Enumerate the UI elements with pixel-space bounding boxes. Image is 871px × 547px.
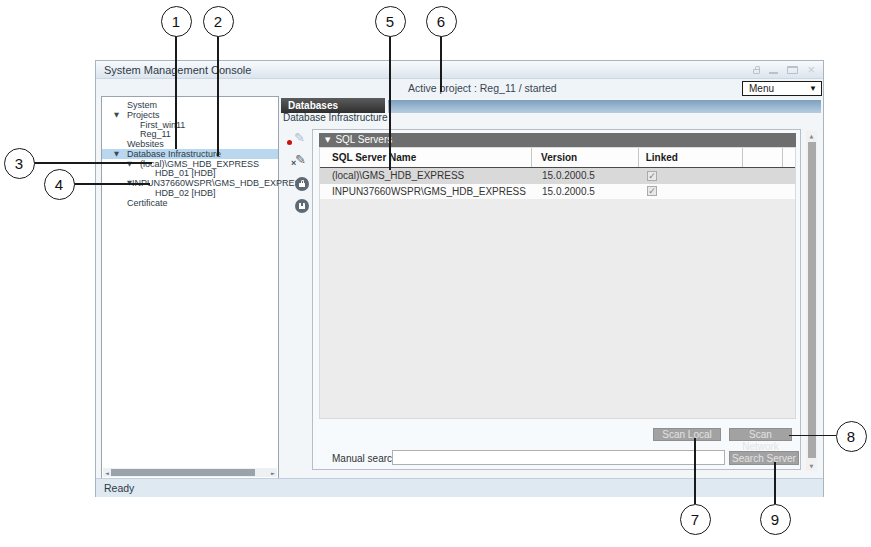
cell-version: 15.0.2000.5 — [533, 184, 640, 200]
red-dot-icon — [287, 140, 292, 145]
tree-item-label: First_win11 — [140, 120, 185, 130]
scan-network-button[interactable]: Scan Network — [729, 428, 792, 441]
disconnect-database-icon[interactable]: ✎ × — [293, 154, 311, 170]
minimize-button[interactable] — [769, 72, 778, 74]
callout-4: 4 — [44, 169, 75, 200]
scan-local-button[interactable]: Scan Local — [653, 428, 721, 441]
tree-item[interactable]: First_win11 — [102, 120, 278, 130]
checkmark-icon: ✓ — [648, 186, 656, 196]
column-header-empty — [783, 148, 795, 167]
sql-servers-table: SQL Server Name Version Linked (local)\G… — [319, 147, 796, 419]
callout-line-5 — [389, 36, 391, 170]
manual-search-input[interactable] — [392, 450, 725, 465]
column-header-name[interactable]: SQL Server Name — [320, 148, 532, 167]
tree-item-label: Database Infrastructure — [127, 149, 221, 159]
tree-item-label: Websites — [127, 139, 164, 149]
section-title: SQL Servers — [335, 134, 392, 145]
callout-line-1 — [175, 36, 177, 149]
tree-item[interactable]: Certificate — [102, 198, 278, 208]
tree-item[interactable]: HDB_01 [HDB] — [102, 169, 278, 179]
column-header-empty — [743, 148, 783, 167]
tree-horizontal-scrollbar[interactable]: ◄ ► — [103, 468, 277, 477]
panel-vertical-scrollbar[interactable]: ▲ ▼ — [806, 131, 817, 471]
callout-line-4 — [74, 183, 150, 185]
tree-rows: System ▼ Projects First_win11 Reg — [102, 100, 278, 208]
pencil-icon: ✎ — [294, 130, 305, 145]
tree-item-label: Certificate — [127, 198, 168, 208]
callout-line-3 — [34, 162, 152, 164]
navigation-tree-panel: System ▼ Projects First_win11 Reg — [101, 96, 279, 479]
window-title: System Management Console — [104, 61, 251, 79]
window-controls: × — [753, 61, 815, 79]
pencil-icon: ✎ — [295, 152, 306, 167]
panel-subtitle: Database Infrastructure — [283, 112, 388, 123]
close-button[interactable]: × — [807, 61, 815, 79]
tree-item[interactable]: Reg_11 — [102, 129, 278, 139]
connect-database-icon[interactable]: ✎ — [287, 132, 313, 148]
section-collapse-icon[interactable]: ▼ — [325, 136, 330, 144]
tree-item[interactable]: System — [102, 100, 278, 110]
tree-item-label: Projects — [127, 110, 160, 120]
column-header-version[interactable]: Version — [532, 148, 639, 167]
tree-item-label: Reg_11 — [140, 129, 171, 139]
tab-databases[interactable]: Databases — [281, 98, 385, 113]
scroll-down-icon[interactable]: ▼ — [806, 463, 817, 469]
save-circle-icon[interactable] — [295, 199, 309, 213]
table-row[interactable]: (local)\GMS_HDB_EXPRESS 15.0.2000.5 ✓ — [320, 168, 795, 184]
scroll-up-icon[interactable]: ▲ — [806, 133, 817, 139]
callout-line-2 — [217, 36, 219, 156]
linked-checkbox[interactable]: ✓ — [647, 171, 657, 181]
callout-8: 8 — [836, 421, 867, 452]
tree-item-label: HDB_02 [HDB] — [155, 188, 216, 198]
callout-line-8 — [789, 435, 836, 437]
scrollbar-thumb[interactable] — [111, 469, 255, 476]
system-management-console-window: System Management Console × Active proje… — [95, 60, 824, 497]
tree-item[interactable]: Websites — [102, 139, 278, 149]
scrollbar-thumb[interactable] — [808, 142, 816, 458]
linked-checkbox[interactable]: ✓ — [647, 186, 657, 196]
tree-item-label: INPUN37660WSPR\GMS_HDB_EXPRESS — [132, 178, 307, 188]
tree-item[interactable]: HDB_02 [HDB] — [102, 188, 278, 198]
tab-strip-band — [388, 100, 821, 113]
status-text: Ready — [104, 479, 134, 497]
callout-line-6 — [440, 36, 442, 92]
cell-linked: ✓ — [640, 168, 745, 184]
chevron-down-icon: ▼ — [809, 82, 817, 96]
tree-item-label: HDB_01 [HDB] — [155, 168, 216, 178]
cell-server-name: (local)\GMS_HDB_EXPRESS — [320, 168, 533, 184]
tree-item-label: System — [127, 100, 157, 110]
title-bar[interactable]: System Management Console × — [96, 61, 823, 79]
maximize-button[interactable] — [787, 66, 798, 74]
callout-7: 7 — [680, 504, 711, 535]
cell-version: 15.0.2000.5 — [533, 168, 640, 184]
menu-label: Menu — [749, 82, 774, 96]
tree-expand-icon[interactable]: ▼ — [114, 111, 127, 119]
callout-3: 3 — [4, 148, 35, 179]
menu-dropdown[interactable]: Menu ▼ — [742, 81, 822, 96]
search-server-button[interactable]: Search Server — [729, 451, 799, 465]
callout-line-7 — [694, 438, 696, 504]
tree-expand-icon[interactable]: ▼ — [114, 150, 127, 158]
table-header-row: SQL Server Name Version Linked — [320, 148, 795, 168]
cell-linked: ✓ — [640, 184, 745, 200]
column-header-linked[interactable]: Linked — [639, 148, 744, 167]
table-row[interactable]: INPUN37660WSPR\GMS_HDB_EXPRESS 15.0.2000… — [320, 184, 795, 200]
scroll-right-icon[interactable]: ► — [269, 470, 277, 476]
scroll-left-icon[interactable]: ◄ — [103, 470, 111, 476]
tree-item[interactable]: ▼ Projects — [102, 110, 278, 120]
lock-circle-icon[interactable] — [295, 177, 309, 191]
lock-icon — [753, 69, 760, 74]
callout-line-9 — [774, 462, 776, 504]
screenshot-canvas: System Management Console × Active proje… — [0, 0, 871, 547]
cross-icon: × — [291, 158, 296, 168]
manual-search-label: Manual search: — [332, 453, 400, 464]
status-bar: Ready — [96, 478, 823, 497]
checkmark-icon: ✓ — [648, 171, 656, 181]
callout-1: 1 — [161, 6, 192, 37]
callout-2: 2 — [203, 6, 234, 37]
callout-6: 6 — [426, 6, 457, 37]
cell-server-name: INPUN37660WSPR\GMS_HDB_EXPRESS — [320, 184, 533, 200]
callout-9: 9 — [760, 504, 791, 535]
tree-item[interactable]: ▼ Database Infrastructure — [102, 149, 278, 159]
sql-servers-groupbox: ▼SQL Servers SQL Server Name Version Lin… — [312, 129, 801, 470]
